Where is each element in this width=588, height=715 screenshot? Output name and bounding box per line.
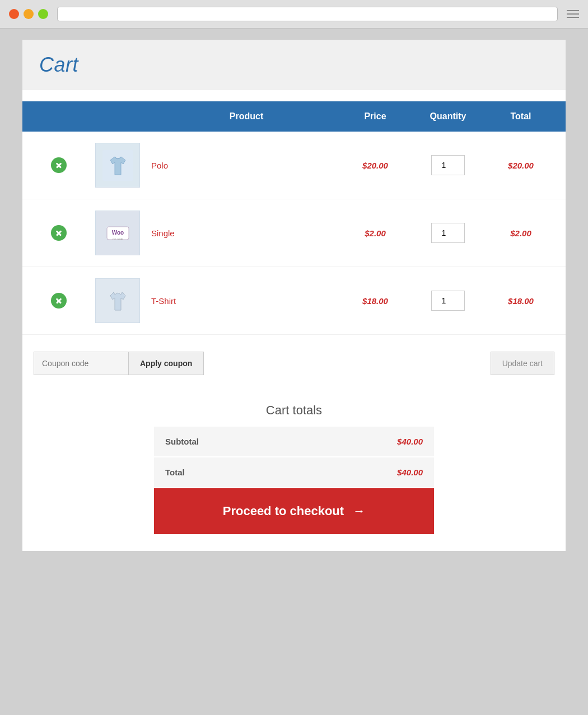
tshirt-total: $18.00 (487, 296, 554, 306)
single-name[interactable]: Single (151, 228, 342, 238)
svg-text:Woo: Woo (111, 230, 123, 236)
tshirt-price: $18.00 (342, 296, 409, 306)
cart-totals-title: Cart totals (154, 403, 434, 418)
single-total: $2.00 (487, 228, 554, 238)
page-title: Cart (39, 53, 549, 77)
subtotal-label: Subtotal (154, 427, 305, 457)
address-bar[interactable] (57, 7, 558, 21)
cart-row-single: Woo on sale Single $2.00 $2.00 (22, 199, 566, 267)
close-dot[interactable] (9, 9, 19, 19)
cart-heading-bar: Cart (22, 40, 566, 90)
tshirt-quantity-input[interactable] (431, 291, 465, 311)
checkout-label: Proceed to checkout (223, 504, 344, 518)
coupon-input[interactable] (34, 352, 129, 375)
totals-table: Subtotal $40.00 Total $40.00 (154, 427, 434, 488)
update-cart-button[interactable]: Update cart (491, 352, 554, 375)
tshirt-thumbnail (95, 278, 140, 323)
single-thumbnail: Woo on sale (95, 211, 140, 255)
coupon-section: Apply coupon Update cart (22, 340, 566, 386)
cart-row-polo: Polo $20.00 $20.00 (22, 132, 566, 199)
header-product: Product (151, 111, 342, 121)
remove-tshirt-button[interactable] (51, 293, 67, 309)
total-value: $40.00 (305, 457, 434, 488)
subtotal-value: $40.00 (305, 427, 434, 457)
header-price: Price (342, 111, 409, 121)
polo-thumbnail (95, 143, 140, 188)
total-label: Total (154, 457, 305, 488)
single-price: $2.00 (342, 228, 409, 238)
svg-text:on sale: on sale (112, 237, 123, 241)
polo-quantity-input[interactable] (431, 155, 465, 175)
cart-table-header: Product Price Quantity Total (22, 101, 566, 132)
minimize-dot[interactable] (24, 9, 34, 19)
total-row: Total $40.00 (154, 457, 434, 488)
header-total: Total (487, 111, 554, 121)
single-quantity-input[interactable] (431, 223, 465, 243)
checkout-arrow-icon: → (353, 504, 365, 518)
polo-name[interactable]: Polo (151, 161, 342, 170)
maximize-dot[interactable] (38, 9, 48, 19)
cart-row-tshirt: T-Shirt $18.00 $18.00 (22, 267, 566, 335)
browser-chrome (0, 0, 588, 29)
remove-single-button[interactable] (51, 225, 67, 241)
polo-total: $20.00 (487, 161, 554, 170)
proceed-to-checkout-button[interactable]: Proceed to checkout → (154, 488, 434, 534)
coupon-left: Apply coupon (34, 352, 204, 375)
subtotal-row: Subtotal $40.00 (154, 427, 434, 457)
page-content: Cart Product Price Quantity Total Polo $… (22, 40, 566, 551)
apply-coupon-button[interactable]: Apply coupon (129, 352, 204, 375)
tshirt-name[interactable]: T-Shirt (151, 296, 342, 306)
cart-totals-section: Cart totals Subtotal $40.00 Total $40.00… (154, 403, 434, 534)
header-quantity: Quantity (409, 111, 487, 121)
remove-polo-button[interactable] (51, 157, 67, 173)
menu-icon[interactable] (567, 10, 579, 18)
polo-price: $20.00 (342, 161, 409, 170)
